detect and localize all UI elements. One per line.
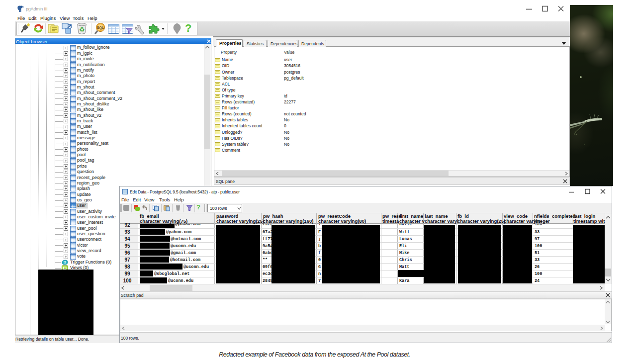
svg-text:♻: ♻	[79, 26, 85, 33]
svg-text:SQL: SQL	[97, 26, 104, 30]
